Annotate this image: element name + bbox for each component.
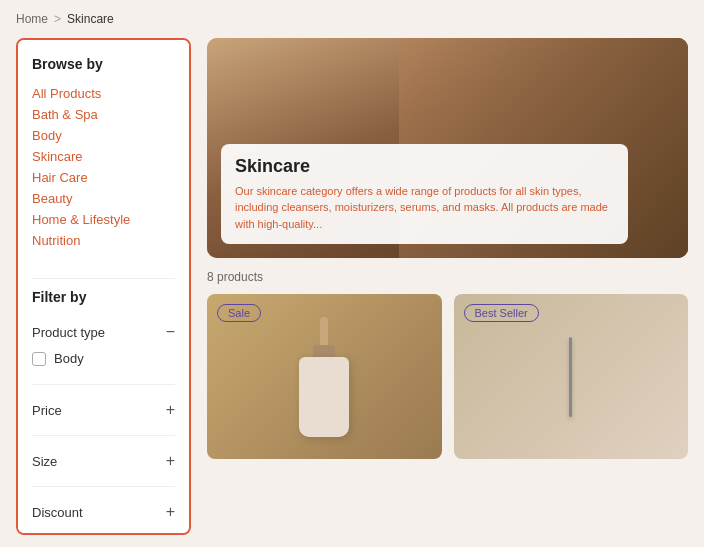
discount-filter-row[interactable]: Discount + [32, 497, 175, 527]
browse-list: All Products Bath & Spa Body Skincare Ha… [32, 84, 175, 250]
list-item: Body [32, 126, 175, 145]
sidebar: Browse by All Products Bath & Spa Body S… [16, 38, 191, 535]
browse-all-products[interactable]: All Products [32, 84, 175, 103]
product-card[interactable]: Sale [207, 294, 442, 459]
size-expand-icon: + [166, 452, 175, 470]
discount-divider [32, 486, 175, 487]
bottle-body [299, 357, 349, 437]
right-content: Skincare Our skincare category offers a … [207, 38, 688, 535]
products-count: 8 products [207, 270, 688, 284]
browse-home-lifestyle[interactable]: Home & Lifestyle [32, 210, 175, 229]
discount-expand-icon: + [166, 503, 175, 521]
discount-label: Discount [32, 505, 83, 520]
browse-bath-spa[interactable]: Bath & Spa [32, 105, 175, 124]
browse-by-title: Browse by [32, 56, 175, 72]
hero-description: Our skincare category offers a wide rang… [235, 183, 614, 233]
price-divider [32, 384, 175, 385]
products-grid: Sale Best Seller [207, 294, 688, 459]
main-content: Browse by All Products Bath & Spa Body S… [16, 38, 688, 535]
hero-desc-link[interactable]: skincare category [256, 185, 342, 197]
browse-beauty[interactable]: Beauty [32, 189, 175, 208]
products-section: 8 products Sale [207, 270, 688, 535]
product-card[interactable]: Best Seller [454, 294, 689, 459]
price-label: Price [32, 403, 62, 418]
product-type-body-option: Body [32, 347, 175, 374]
product-type-filter-row[interactable]: Product type − [32, 317, 175, 347]
browse-nutrition[interactable]: Nutrition [32, 231, 175, 250]
size-label: Size [32, 454, 57, 469]
size-filter-row[interactable]: Size + [32, 446, 175, 476]
hero-desc-prefix: Our [235, 185, 256, 197]
list-item: Nutrition [32, 231, 175, 250]
price-expand-icon: + [166, 401, 175, 419]
browse-hair-care[interactable]: Hair Care [32, 168, 175, 187]
breadcrumb-current: Skincare [67, 12, 114, 26]
product-badge-bestseller: Best Seller [464, 304, 539, 322]
bottle-dropper [320, 317, 328, 347]
filter-divider [32, 278, 175, 279]
size-divider [32, 435, 175, 436]
breadcrumb-separator: > [54, 12, 61, 26]
product-badge-sale: Sale [217, 304, 261, 322]
product-type-collapse-icon: − [166, 323, 175, 341]
list-item: Skincare [32, 147, 175, 166]
price-filter-row[interactable]: Price + [32, 395, 175, 425]
body-option-label: Body [54, 351, 84, 366]
filter-by-title: Filter by [32, 289, 175, 305]
list-item: Bath & Spa [32, 105, 175, 124]
body-checkbox[interactable] [32, 352, 46, 366]
browse-body[interactable]: Body [32, 126, 175, 145]
list-item: Hair Care [32, 168, 175, 187]
list-item: Beauty [32, 189, 175, 208]
breadcrumb-home[interactable]: Home [16, 12, 48, 26]
hero-title: Skincare [235, 156, 614, 177]
hero-banner: Skincare Our skincare category offers a … [207, 38, 688, 258]
list-item: All Products [32, 84, 175, 103]
product-type-label: Product type [32, 325, 105, 340]
bottle-illustration [299, 317, 349, 437]
hero-info-card: Skincare Our skincare category offers a … [221, 144, 628, 245]
page-wrapper: Home > Skincare Browse by All Products B… [0, 0, 704, 547]
browse-skincare[interactable]: Skincare [32, 147, 175, 166]
breadcrumb: Home > Skincare [16, 12, 688, 26]
dropper-illustration [569, 337, 572, 417]
list-item: Home & Lifestyle [32, 210, 175, 229]
